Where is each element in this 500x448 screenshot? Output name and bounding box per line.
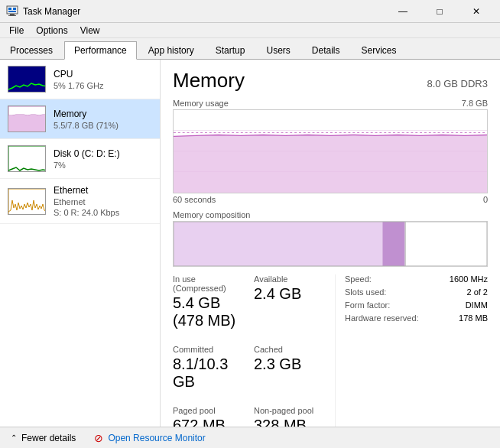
stat-row-1: In use (Compressed) 5.4 GB (478 MB) Avai… [173,274,327,340]
svg-rect-16 [405,222,487,266]
cpu-mini-graph [8,66,46,93]
cached-label: Cached [254,345,327,354]
svg-rect-3 [8,11,16,12]
ethernet-stats: S: 0 R: 24.0 Kbps [54,208,152,217]
svg-rect-2 [13,8,16,10]
memory-usage-section: Memory usage 7.8 GB 60 secon [173,99,488,204]
tab-bar: Processes Performance App history Startu… [0,38,500,60]
composition-label: Memory composition [173,210,488,219]
form-factor-row: Form factor: DIMM [345,300,488,310]
ethernet-mini-graph [8,188,46,215]
non-paged-pool-value: 328 MB [254,417,327,427]
memory-spec: 8.0 GB DDR3 [427,78,488,89]
speed-value: 1600 MHz [450,274,488,284]
disk-mini-graph [8,145,46,172]
app-icon [6,5,18,18]
maximize-button[interactable]: □ [422,0,457,23]
cpu-subtitle: 5% 1.76 GHz [54,81,152,90]
time-label-row: 60 seconds 0 [173,195,488,204]
time-end: 0 [483,195,488,204]
memory-composition-section: Memory composition [173,210,488,267]
main-content: CPU 5% 1.76 GHz Memory 5.5/7.8 GB (71%) [0,60,500,427]
slots-label: Slots used: [345,287,386,297]
sidebar-item-memory[interactable]: Memory 5.5/7.8 GB (71%) [0,99,160,139]
menu-options[interactable]: Options [30,24,73,37]
form-factor-label: Form factor: [345,300,390,310]
open-resource-monitor-button[interactable]: ⊘ Open Resource Monitor [91,430,208,446]
usage-label: Memory usage [173,99,229,108]
form-factor-value: DIMM [466,300,488,310]
sidebar-item-disk[interactable]: Disk 0 (C: D: E:) 7% [0,139,160,179]
title-bar: Task Manager — □ ✕ [0,0,500,23]
slots-row: Slots used: 2 of 2 [345,287,488,297]
slots-value: 2 of 2 [466,287,488,297]
composition-chart [173,221,488,267]
content-area: Memory 8.0 GB DDR3 Memory usage 7.8 GB [161,60,500,427]
minimize-button[interactable]: — [385,0,420,23]
memory-mini-graph [8,106,46,132]
stat-row-2: Committed 8.1/10.3 GB Cached 2.3 GB [173,345,327,401]
hw-reserved-label: Hardware reserved: [345,313,419,323]
stats-container: In use (Compressed) 5.4 GB (478 MB) Avai… [173,274,488,427]
in-use-block: In use (Compressed) 5.4 GB (478 MB) [173,274,246,330]
bottom-bar: ⌃ Fewer details ⊘ Open Resource Monitor [0,427,500,448]
usage-chart [173,109,488,193]
memory-info: Memory 5.5/7.8 GB (71%) [54,109,152,130]
disk-info: Disk 0 (C: D: E:) 7% [54,148,152,170]
chevron-up-icon: ⌃ [11,433,17,442]
memory-header: Memory 8.0 GB DDR3 [173,69,488,93]
svg-rect-14 [174,222,382,266]
sidebar-item-cpu[interactable]: CPU 5% 1.76 GHz [0,60,160,99]
svg-rect-15 [382,222,404,266]
ethernet-info: Ethernet Ethernet S: 0 R: 24.0 Kbps [54,185,152,217]
paged-pool-block: Paged pool 672 MB [173,406,246,427]
speed-label: Speed: [345,274,372,284]
tab-details[interactable]: Details [302,41,350,59]
tab-startup[interactable]: Startup [206,41,255,59]
paged-pool-value: 672 MB [173,417,246,427]
disk-subtitle: 7% [54,161,152,170]
hw-reserved-row: Hardware reserved: 178 MB [345,313,488,323]
sidebar-item-ethernet[interactable]: Ethernet Ethernet S: 0 R: 24.0 Kbps [0,179,160,224]
cpu-title: CPU [54,69,152,80]
svg-marker-13 [174,135,487,193]
composition-text: Memory composition [173,210,250,219]
open-resource-monitor-label: Open Resource Monitor [108,433,205,443]
right-stats: Speed: 1600 MHz Slots used: 2 of 2 Form … [335,274,488,427]
svg-marker-7 [8,115,46,132]
cpu-info: CPU 5% 1.76 GHz [54,69,152,90]
stat-row-3: Paged pool 672 MB Non-paged pool 328 MB [173,406,327,427]
menu-view[interactable]: View [74,24,106,37]
ethernet-title: Ethernet [54,185,152,196]
fewer-details-label: Fewer details [21,433,76,443]
menu-file[interactable]: File [3,24,30,37]
svg-rect-9 [8,189,46,215]
tab-processes[interactable]: Processes [0,41,63,59]
committed-value: 8.1/10.3 GB [173,355,246,391]
tab-performance[interactable]: Performance [64,41,137,60]
paged-pool-label: Paged pool [173,406,246,415]
memory-subtitle: 5.5/7.8 GB (71%) [54,121,152,130]
resource-monitor-icon: ⊘ [94,432,103,444]
fewer-details-button[interactable]: ⌃ Fewer details [8,431,79,445]
speed-row: Speed: 1600 MHz [345,274,488,284]
tab-users[interactable]: Users [256,41,300,59]
ethernet-name: Ethernet [54,197,152,206]
svg-rect-5 [8,15,16,16]
memory-title: Memory [54,109,152,119]
svg-rect-4 [10,14,15,15]
svg-rect-1 [8,8,11,10]
time-start: 60 seconds [173,195,216,204]
window-controls: — □ ✕ [385,0,494,23]
memory-page-title: Memory [173,69,245,93]
committed-block: Committed 8.1/10.3 GB [173,345,246,391]
close-button[interactable]: ✕ [459,0,494,23]
available-label: Available [254,274,327,284]
in-use-label: In use (Compressed) [173,274,246,293]
hw-reserved-value: 178 MB [459,313,488,323]
tab-app-history[interactable]: App history [138,41,204,59]
cached-block: Cached 2.3 GB [254,345,327,391]
tab-services[interactable]: Services [352,41,407,59]
committed-label: Committed [173,345,246,354]
sidebar: CPU 5% 1.76 GHz Memory 5.5/7.8 GB (71%) [0,60,161,427]
